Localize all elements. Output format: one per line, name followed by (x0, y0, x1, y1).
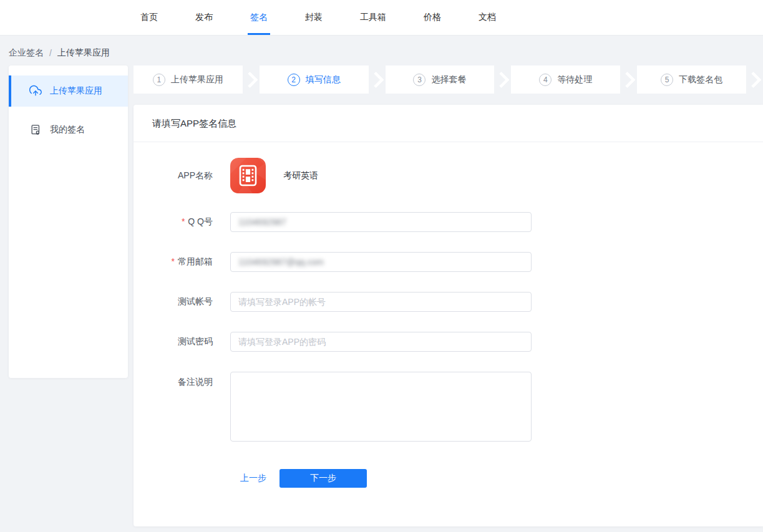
signature-doc-icon (29, 123, 42, 136)
form-title: 请填写APP签名信息 (134, 105, 763, 142)
top-navigation-bar: 首页 发布 签名 封装 工具箱 价格 文档 (0, 0, 763, 36)
nav-item-pricing[interactable]: 价格 (421, 0, 444, 35)
film-app-icon (230, 158, 266, 193)
sidebar-item-my-signatures[interactable]: 我的签名 (9, 114, 128, 145)
test-password-input[interactable] (230, 332, 532, 352)
step-chevron-icon (369, 65, 386, 94)
step-chevron-icon (620, 65, 637, 94)
nav-item-sign[interactable]: 签名 (248, 0, 270, 35)
nav-item-toolbox[interactable]: 工具箱 (357, 0, 389, 35)
test-account-row: 测试帐号 (134, 292, 763, 312)
step-number: 5 (661, 74, 673, 86)
nav-item-publish[interactable]: 发布 (193, 0, 215, 35)
app-name-value: 考研英语 (283, 170, 318, 181)
step-number: 3 (413, 74, 425, 86)
step-chevron-icon (243, 65, 260, 94)
step-label: 填写信息 (306, 74, 341, 85)
form-actions: 上一步 下一步 (134, 469, 763, 488)
nav-item-package[interactable]: 封装 (303, 0, 325, 35)
email-row: *常用邮箱 1104692987@qq.com (134, 252, 763, 272)
test-account-input[interactable] (230, 292, 532, 312)
breadcrumb-current: 上传苹果应用 (57, 47, 110, 59)
breadcrumb: 企业签名 / 上传苹果应用 (0, 36, 763, 65)
step-5-download: 5 下载签名包 (637, 65, 746, 94)
main-panel: 1 上传苹果应用 2 填写信息 3 选择套餐 4 等待处理 5 下载签名包 (134, 65, 763, 526)
previous-step-button[interactable]: 上一步 (240, 473, 266, 484)
cloud-upload-icon (29, 85, 42, 97)
qq-number-censored-value: 1104692987 (238, 217, 286, 227)
step-4-waiting: 4 等待处理 (511, 65, 620, 94)
step-number: 2 (288, 74, 300, 86)
page-content: 上传苹果应用 我的签名 1 上传苹果应用 2 填写信息 (0, 65, 763, 526)
remarks-label: 备注说明 (134, 372, 230, 388)
sidebar-item-upload-apple-app[interactable]: 上传苹果应用 (9, 75, 128, 107)
qq-number-label: *Q Q号 (134, 216, 230, 228)
step-3-choose-plan: 3 选择套餐 (386, 65, 495, 94)
sidebar: 上传苹果应用 我的签名 (9, 65, 128, 378)
next-step-button[interactable]: 下一步 (279, 469, 367, 488)
breadcrumb-separator: / (49, 48, 52, 58)
app-name-label: APP名称 (134, 170, 230, 181)
step-chevron-icon (746, 65, 763, 94)
step-chevron-icon (494, 65, 511, 94)
remarks-row: 备注说明 (134, 372, 763, 442)
main-nav: 首页 发布 签名 封装 工具箱 价格 文档 (122, 0, 515, 35)
test-password-row: 测试密码 (134, 332, 763, 352)
email-censored-value: 1104692987@qq.com (238, 257, 324, 267)
sidebar-item-label: 上传苹果应用 (50, 85, 102, 97)
nav-item-home[interactable]: 首页 (138, 0, 160, 35)
nav-item-docs[interactable]: 文档 (476, 0, 498, 35)
breadcrumb-parent[interactable]: 企业签名 (9, 47, 44, 59)
step-2-fill-info: 2 填写信息 (260, 65, 369, 94)
signature-form-card: 请填写APP签名信息 APP名称 (134, 105, 763, 526)
test-account-label: 测试帐号 (134, 296, 230, 307)
remarks-textarea[interactable] (230, 372, 532, 442)
step-label: 选择套餐 (431, 74, 466, 85)
app-name-row: APP名称 (134, 158, 763, 193)
required-asterisk: * (172, 256, 175, 266)
test-password-label: 测试密码 (134, 336, 230, 347)
email-input[interactable]: 1104692987@qq.com (230, 252, 532, 272)
step-label: 下载签名包 (679, 74, 722, 85)
signature-form: APP名称 (134, 142, 763, 488)
steps-wizard: 1 上传苹果应用 2 填写信息 3 选择套餐 4 等待处理 5 下载签名包 (134, 65, 763, 94)
step-label: 上传苹果应用 (171, 74, 223, 85)
step-1-upload-app: 1 上传苹果应用 (134, 65, 243, 94)
qq-number-row: *Q Q号 1104692987 (134, 212, 763, 232)
email-label: *常用邮箱 (134, 256, 230, 268)
step-number: 4 (539, 74, 552, 86)
step-number: 1 (153, 74, 165, 86)
step-label: 等待处理 (557, 74, 592, 85)
required-asterisk: * (182, 216, 185, 226)
sidebar-item-label: 我的签名 (50, 124, 85, 135)
qq-number-input[interactable]: 1104692987 (230, 212, 532, 232)
